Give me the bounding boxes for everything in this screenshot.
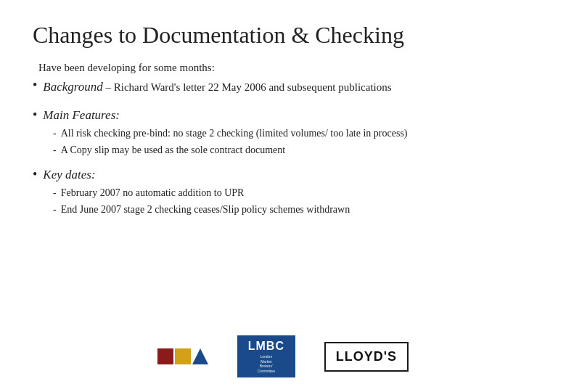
bullet-dot-1: • xyxy=(33,78,37,93)
sub-bullet-risk-checking: - All risk checking pre-bind: no stage 2… xyxy=(53,126,533,141)
key-dates-sub-bullets: - February 2007 no automatic addition to… xyxy=(53,185,533,217)
lma-yellow-square xyxy=(175,348,191,364)
sub-text-june-2007: End June 2007 stage 2 checking ceases/Sl… xyxy=(61,202,533,217)
lma-blue-triangle xyxy=(192,348,208,364)
lma-logo xyxy=(157,348,208,364)
lmbc-logo: LMBC LondonMarketBrokers'Committee xyxy=(237,335,295,377)
bullet-item-key-dates: • Key dates: xyxy=(33,168,533,182)
bullet-background: • Background – Richard Ward's letter 22 … xyxy=(33,78,533,99)
sub-dash-3: - xyxy=(53,185,57,200)
lmbc-sub-text: LondonMarketBrokers'Committee xyxy=(258,354,275,373)
slide-content: Have been developing for some months: • … xyxy=(33,62,533,322)
logos-row: LMBC LondonMarketBrokers'Committee LLOYD… xyxy=(33,330,533,377)
sub-text-copy-slip: A Copy slip may be used as the sole cont… xyxy=(61,142,533,158)
sub-dash-1: - xyxy=(53,126,57,141)
bullet-main-features: • Main Features: - All risk checking pre… xyxy=(33,108,533,159)
sub-dash-4: - xyxy=(53,202,57,217)
sub-bullet-copy-slip: - A Copy slip may be used as the sole co… xyxy=(53,142,533,158)
main-features-sub-bullets: - All risk checking pre-bind: no stage 2… xyxy=(53,126,533,158)
lloyds-logo: LLOYD'S xyxy=(324,342,409,372)
bullet-item-background: • Background – Richard Ward's letter 22 … xyxy=(33,78,533,97)
bullet-background-text: Background – Richard Ward's letter 22 Ma… xyxy=(43,78,391,97)
bullet-dot-2: • xyxy=(33,107,37,123)
bullet-dot-3: • xyxy=(33,167,37,182)
sub-bullet-feb-2007: - February 2007 no automatic addition to… xyxy=(53,185,533,200)
sub-text-feb-2007: February 2007 no automatic addition to U… xyxy=(61,185,533,200)
bullet-main-features-label: Main Features: xyxy=(43,108,120,123)
lma-red-square xyxy=(157,348,173,364)
lloyds-text: LLOYD'S xyxy=(336,349,397,364)
bullet-key-dates-label: Key dates: xyxy=(43,168,95,182)
slide-title: Changes to Documentation & Checking xyxy=(33,22,533,49)
intro-text: Have been developing for some months: xyxy=(38,62,533,74)
slide: Changes to Documentation & Checking Have… xyxy=(0,0,566,392)
sub-dash-2: - xyxy=(53,142,57,158)
sub-bullet-june-2007: - End June 2007 stage 2 checking ceases/… xyxy=(53,202,533,217)
lmbc-text: LMBC xyxy=(248,340,284,353)
sub-text-risk-checking: All risk checking pre-bind: no stage 2 c… xyxy=(61,126,533,141)
bullet-item-main-features: • Main Features: xyxy=(33,108,533,123)
bullet-background-label: Background xyxy=(43,80,102,94)
bullet-background-detail: – Richard Ward's letter 22 May 2006 and … xyxy=(103,81,392,93)
bullet-key-dates: • Key dates: - February 2007 no automati… xyxy=(33,168,533,219)
